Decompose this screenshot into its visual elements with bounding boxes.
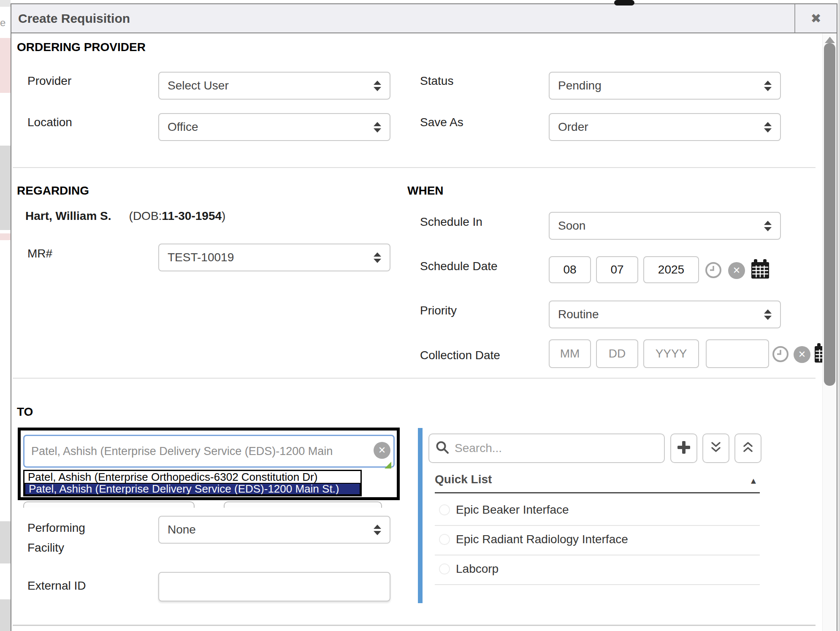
search-input[interactable] — [454, 441, 658, 455]
select-arrows-icon — [374, 525, 381, 535]
schedule-in-select[interactable]: Soon — [549, 212, 781, 240]
scrollbar-thumb[interactable] — [824, 43, 835, 386]
background-page-fragment — [838, 0, 840, 631]
radio-icon[interactable] — [439, 504, 450, 515]
resize-handle-icon[interactable] — [385, 462, 391, 469]
expand-all-button[interactable] — [702, 433, 729, 463]
patient-name: Hart, William S. — [25, 209, 111, 223]
location-label: Location — [27, 116, 72, 129]
suggestion-item[interactable]: Patel, Ashish (Enterprise Orthopedics-63… — [24, 471, 360, 483]
quick-list-item-label: Labcorp — [456, 562, 499, 576]
provider-select-value: Select User — [168, 79, 229, 92]
create-requisition-dialog: Create Requisition ✖ ORDERING PROVIDER P… — [11, 3, 837, 631]
recipient-input[interactable] — [23, 435, 395, 468]
quick-list-item[interactable]: Epic Radiant Radiology Interface — [435, 529, 760, 550]
select-arrows-icon — [374, 252, 381, 263]
schedule-date-month-input[interactable] — [549, 256, 591, 283]
provider-label: Provider — [27, 74, 71, 88]
recipient-clear-icon[interactable]: ✕ — [374, 442, 390, 459]
background-page-fragment — [0, 233, 11, 240]
quick-list-item[interactable]: Epic Beaker Interface — [435, 499, 760, 520]
provider-select[interactable]: Select User — [158, 72, 390, 100]
save-as-select[interactable]: Order — [549, 113, 781, 141]
schedule-date-label: Schedule Date — [420, 260, 498, 273]
vertical-scrollbar[interactable] — [822, 33, 837, 631]
page-title: Create Requisition — [11, 11, 130, 26]
priority-label: Priority — [420, 304, 457, 317]
close-button[interactable]: ✖ — [794, 4, 837, 32]
background-page-fragment — [0, 146, 11, 230]
mr-select-value: TEST-10019 — [168, 251, 234, 264]
status-select[interactable]: Pending — [549, 72, 781, 100]
background-page-fragment — [0, 599, 11, 631]
schedule-date-calendar-icon[interactable] — [751, 259, 770, 282]
collection-date-day-input[interactable] — [596, 339, 638, 368]
dialog-header: Create Requisition ✖ — [11, 4, 837, 33]
select-arrows-icon — [764, 309, 772, 320]
plus-icon — [677, 440, 691, 456]
background-page-fragment — [0, 38, 11, 93]
quick-list-collapse-icon[interactable]: ▲ — [749, 476, 758, 486]
dob-open: (DOB: — [129, 209, 162, 223]
suggestion-item-selected[interactable]: Patel, Ashish (Enterprise Delivery Servi… — [24, 483, 360, 495]
radio-icon[interactable] — [439, 563, 450, 574]
schedule-in-label: Schedule In — [420, 215, 482, 229]
collection-time-clock-icon[interactable] — [772, 345, 789, 365]
double-chevron-down-icon — [710, 441, 722, 456]
background-browser-fragment — [614, 0, 634, 5]
schedule-in-select-value: Soon — [558, 219, 585, 233]
scrollbar-up-arrow-icon[interactable] — [825, 37, 835, 43]
collection-date-year-input[interactable] — [643, 339, 699, 368]
performing-facility-select[interactable]: None — [158, 516, 390, 544]
quick-list-item[interactable]: Labcorp — [435, 558, 760, 580]
schedule-date-year-input[interactable] — [643, 256, 699, 283]
panel-accent-bar — [418, 428, 423, 603]
background-page-fragment — [0, 521, 11, 563]
performing-facility-label-line2: Facility — [27, 541, 64, 555]
mr-select[interactable]: TEST-10019 — [158, 244, 390, 271]
recipient-suggestion-list: Patel, Ashish (Enterprise Orthopedics-63… — [23, 470, 362, 496]
section-divider — [13, 167, 816, 168]
close-icon: ✖ — [810, 11, 821, 26]
hidden-button-partial[interactable] — [224, 501, 382, 508]
location-select[interactable]: Office — [158, 113, 390, 141]
patient-summary: Hart, William S. (DOB: 11-30-1954 ) — [25, 209, 225, 223]
add-recipient-button[interactable] — [670, 433, 697, 463]
to-heading: TO — [17, 405, 33, 419]
mr-label: MR# — [27, 247, 52, 260]
double-chevron-up-icon — [742, 441, 754, 456]
quick-list-item-label: Epic Beaker Interface — [456, 503, 569, 517]
performing-facility-label: Performing — [27, 521, 85, 535]
section-divider — [13, 378, 816, 379]
save-as-label: Save As — [420, 116, 463, 129]
schedule-time-clock-icon[interactable] — [705, 261, 722, 281]
priority-select[interactable]: Routine — [549, 301, 781, 328]
external-id-input[interactable] — [158, 572, 390, 601]
schedule-date-day-input[interactable] — [596, 256, 638, 283]
status-label: Status — [420, 74, 453, 88]
radio-icon[interactable] — [439, 534, 450, 545]
search-icon — [435, 440, 450, 456]
quick-list-item-label: Epic Radiant Radiology Interface — [456, 533, 628, 546]
save-as-select-value: Order — [558, 120, 588, 134]
hidden-button-partial[interactable] — [23, 501, 195, 508]
collection-time-input[interactable] — [706, 339, 769, 368]
select-arrows-icon — [374, 81, 381, 91]
collection-date-month-input[interactable] — [549, 339, 591, 368]
external-id-label: External ID — [27, 579, 86, 593]
collection-date-clear-icon[interactable]: ✕ — [794, 346, 810, 363]
select-arrows-icon — [764, 122, 772, 133]
quick-list-heading: Quick List — [435, 473, 492, 486]
select-arrows-icon — [374, 122, 381, 133]
status-select-value: Pending — [558, 79, 602, 92]
recipient-autocomplete-widget: ✕ Patel, Ashish (Enterprise Orthopedics-… — [18, 428, 400, 500]
location-select-value: Office — [168, 120, 198, 134]
directory-search — [428, 433, 665, 463]
performing-facility-select-value: None — [168, 523, 196, 536]
schedule-date-clear-icon[interactable]: ✕ — [728, 262, 745, 279]
dob-close: ) — [222, 209, 225, 223]
collapse-all-button[interactable] — [734, 433, 761, 463]
priority-select-value: Routine — [558, 308, 599, 321]
section-divider — [13, 625, 816, 626]
collection-date-label: Collection Date — [420, 349, 500, 362]
